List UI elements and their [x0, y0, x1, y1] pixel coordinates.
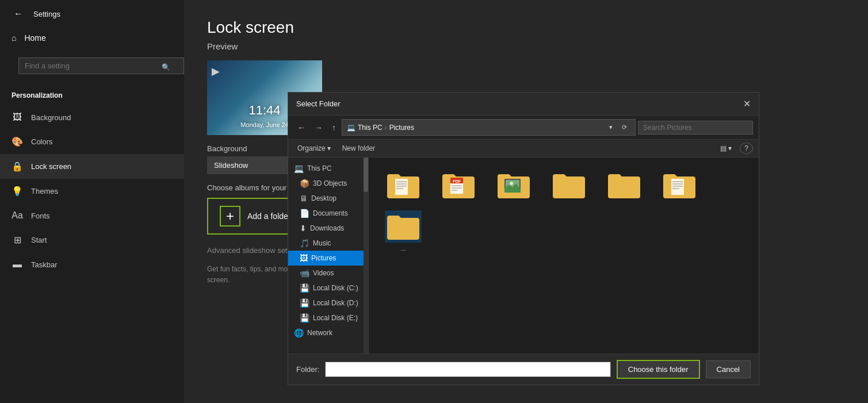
address-icon: 💻	[347, 124, 355, 132]
select-folder-dialog: Select Folder ✕ ← → ↑ 💻 This PC › Pictur…	[288, 92, 759, 385]
tree-item-3d-objects[interactable]: 📦 3D Objects	[288, 176, 368, 191]
nav-back-button[interactable]: ←	[294, 121, 309, 134]
dialog-sidebar: 💻 This PC 📦 3D Objects 🖥 Desktop 📄 Docum…	[288, 158, 369, 354]
svg-text:PDF: PDF	[453, 179, 461, 183]
folder-icon-7	[385, 210, 422, 243]
themes-label: Themes	[31, 187, 58, 195]
tree-item-music[interactable]: 🎵 Music	[288, 236, 368, 251]
sidebar-item-start[interactable]: ⊞ Start	[0, 228, 184, 252]
sidebar-header: ← Settings	[0, 0, 184, 28]
view-button[interactable]: ▤ ▾	[717, 143, 735, 154]
home-nav-item[interactable]: ⌂ Home	[0, 28, 184, 48]
preview-time: 11:44	[248, 103, 280, 118]
3d-objects-label: 3D Objects	[313, 179, 347, 187]
new-folder-button[interactable]: New folder	[339, 143, 378, 154]
folder-label-7: ...	[400, 245, 406, 252]
help-button[interactable]: ?	[740, 143, 753, 154]
back-button[interactable]: ←	[9, 6, 28, 21]
address-dropdown-button[interactable]: ▾	[606, 122, 616, 133]
folder-item-4[interactable]	[546, 169, 592, 201]
add-folder-label: Add a folder	[247, 212, 291, 221]
themes-icon: 💡	[12, 186, 23, 197]
taskbar-label: Taskbar	[31, 260, 58, 269]
cancel-button[interactable]: Cancel	[706, 360, 751, 378]
sidebar-item-background[interactable]: 🖼 Background	[0, 105, 184, 129]
address-separator: ›	[385, 124, 387, 132]
lock-screen-label: Lock screen	[31, 162, 71, 171]
sidebar-item-lock-screen[interactable]: 🔒 Lock screen	[0, 154, 184, 179]
choose-this-folder-button[interactable]: Choose this folder	[617, 360, 700, 379]
start-icon: ⊞	[12, 235, 23, 245]
search-input[interactable]	[18, 57, 184, 74]
tree-item-local-c[interactable]: 💾 Local Disk (C:)	[288, 281, 368, 295]
folder-label-text: Folder:	[296, 365, 319, 374]
folder-icon-3	[495, 169, 532, 201]
plus-icon: +	[220, 206, 240, 227]
desktop-label: Desktop	[311, 194, 337, 202]
pictures-label: Pictures	[311, 254, 336, 262]
pictures-icon: 🖼	[300, 254, 308, 263]
dialog-close-button[interactable]: ✕	[743, 98, 751, 109]
folder-item-7[interactable]: ...	[380, 210, 426, 252]
tree-item-pictures[interactable]: 🖼 Pictures	[288, 251, 368, 266]
refresh-button[interactable]: ⟳	[618, 122, 630, 133]
local-d-icon: 💾	[300, 298, 309, 308]
sidebar-item-fonts[interactable]: Aa Fonts	[0, 204, 184, 228]
start-label: Start	[31, 236, 47, 244]
view-icon: ▤	[720, 144, 726, 152]
sidebar-item-themes[interactable]: 💡 Themes	[0, 179, 184, 204]
folder-item-1[interactable]	[380, 169, 426, 201]
colors-icon: 🎨	[12, 136, 23, 147]
tree-item-videos[interactable]: 📹 Videos	[288, 266, 368, 281]
svg-point-13	[510, 182, 513, 185]
sidebar-item-taskbar[interactable]: ▬ Taskbar	[0, 252, 184, 277]
local-e-label: Local Disk (E:)	[313, 314, 358, 322]
dialog-content: PDF	[369, 158, 759, 354]
tree-item-desktop[interactable]: 🖥 Desktop	[288, 191, 368, 206]
view-dropdown-icon: ▾	[728, 144, 732, 152]
tree-item-local-e[interactable]: 💾 Local Disk (E:)	[288, 310, 368, 325]
downloads-label: Downloads	[310, 224, 344, 232]
folder-item-3[interactable]	[491, 169, 537, 201]
fonts-label: Fonts	[31, 212, 50, 220]
tree-item-documents[interactable]: 📄 Documents	[288, 206, 368, 221]
organize-button[interactable]: Organize ▾	[294, 143, 334, 154]
tree-item-local-d[interactable]: 💾 Local Disk (D:)	[288, 295, 368, 310]
network-label: Network	[307, 329, 332, 337]
folder-icon-1	[385, 169, 422, 201]
tree-item-this-pc[interactable]: 💻 This PC	[288, 161, 368, 176]
app-title: Settings	[33, 10, 60, 18]
address-part-1: This PC	[358, 124, 383, 132]
folder-icon-2: PDF	[440, 169, 477, 201]
lock-icon: 🔒	[12, 161, 23, 172]
home-label: Home	[24, 33, 45, 43]
folder-item-6[interactable]	[656, 169, 702, 201]
background-icon: 🖼	[12, 112, 23, 122]
colors-label: Colors	[31, 137, 53, 146]
search-pictures-input[interactable]	[638, 121, 753, 135]
videos-icon: 📹	[300, 268, 309, 278]
local-d-label: Local Disk (D:)	[313, 299, 358, 307]
folder-item-5[interactable]	[601, 169, 647, 201]
slideshow-icon: ▶	[212, 65, 220, 78]
search-area: 🔍	[9, 53, 175, 81]
folder-item-2[interactable]: PDF	[435, 169, 481, 201]
desktop-icon: 🖥	[300, 194, 308, 203]
folder-path-input[interactable]	[325, 362, 610, 377]
folder-grid: PDF	[374, 163, 753, 258]
organize-dropdown-icon: ▾	[327, 144, 331, 152]
taskbar-icon: ▬	[12, 259, 23, 270]
dialog-action-bar: Organize ▾ New folder ▤ ▾ ?	[288, 140, 759, 158]
folder-icon-6	[661, 169, 698, 201]
tree-item-network[interactable]: 🌐 Network	[288, 325, 368, 340]
nav-up-button[interactable]: ↑	[328, 121, 339, 134]
tree-item-downloads[interactable]: ⬇ Downloads	[288, 221, 368, 236]
dialog-title: Select Folder	[296, 99, 341, 108]
fonts-icon: Aa	[12, 210, 23, 221]
this-pc-label: This PC	[307, 164, 332, 172]
sidebar-item-colors[interactable]: 🎨 Colors	[0, 129, 184, 154]
downloads-icon: ⬇	[300, 224, 307, 233]
sidebar-scrollbar[interactable]	[364, 158, 368, 354]
nav-forward-button[interactable]: →	[311, 121, 326, 134]
videos-label: Videos	[313, 269, 334, 277]
